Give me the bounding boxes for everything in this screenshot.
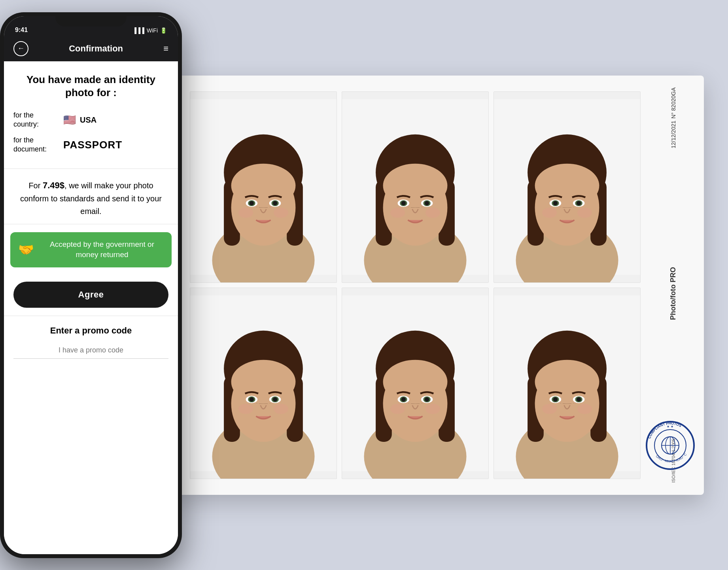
nav-title: Confirmation [69, 44, 123, 54]
promo-input[interactable] [13, 342, 168, 359]
identity-title: You have made an identity photo for : [13, 73, 168, 100]
svg-point-70 [238, 403, 253, 414]
photo-cell-5 [342, 288, 489, 479]
svg-point-9 [231, 163, 296, 207]
photo-cell-2 [342, 91, 489, 283]
svg-point-105 [577, 397, 581, 401]
wifi-icon: WiFi [147, 27, 158, 34]
promo-section: Enter a promo code [4, 316, 178, 371]
svg-point-32 [401, 201, 406, 205]
svg-point-51 [577, 201, 581, 205]
photo-grid [174, 76, 704, 495]
menu-button[interactable]: ≡ [163, 44, 168, 54]
guarantee-banner: 🤝 Accepted by the government or money re… [10, 232, 172, 267]
status-time: 9:41 [15, 27, 28, 34]
guarantee-text: Accepted by the government or money retu… [40, 239, 164, 260]
price-prefix: For [28, 181, 43, 190]
phone-content: You have made an identity photo for : fo… [4, 61, 178, 554]
phone-screen: 9:41 ▐▐▐ WiFi 🔋 ← Confirmation ≡ You hav… [4, 16, 178, 554]
svg-point-89 [425, 403, 440, 414]
compliance-stamp: COMPLIANT PHOTOS OACI · MKAO · ICAO · CA… [645, 420, 696, 471]
identity-section: You have made an identity photo for : fo… [4, 61, 178, 169]
back-icon: ← [17, 44, 25, 53]
promo-title: Enter a promo code [13, 326, 168, 336]
document-value: PASSPORT [63, 139, 122, 151]
identity-fields: for the country: 🇺🇸 USA for the document… [13, 111, 168, 154]
phone-notch [55, 12, 127, 27]
svg-point-107 [577, 403, 592, 414]
svg-point-15 [273, 201, 277, 205]
svg-point-86 [401, 397, 406, 401]
price-amount: 7.49$ [43, 180, 64, 190]
signal-icon: ▐▐▐ [132, 27, 144, 34]
agree-button[interactable]: Agree [13, 282, 168, 308]
svg-point-34 [390, 207, 405, 218]
svg-point-106 [542, 403, 557, 414]
svg-point-50 [553, 201, 558, 205]
svg-point-53 [577, 207, 592, 218]
svg-text:★: ★ [671, 425, 673, 428]
svg-point-45 [535, 163, 599, 207]
menu-icon: ≡ [163, 44, 168, 53]
back-button[interactable]: ← [13, 41, 28, 56]
sheet-date: 12/12/2021 [670, 121, 677, 148]
svg-point-52 [542, 207, 557, 218]
document-label: for the document: [13, 136, 57, 154]
sheet-label: Photo/foto PRO [669, 267, 677, 320]
photo-cell-6 [494, 288, 641, 479]
photo-cell-1 [190, 91, 337, 283]
svg-point-35 [425, 207, 440, 218]
nav-bar: ← Confirmation ≡ [4, 36, 178, 61]
price-section: For 7.49$, we will make your photo confo… [4, 169, 178, 224]
status-icons: ▐▐▐ WiFi 🔋 [132, 27, 167, 34]
svg-point-69 [273, 397, 277, 401]
country-row: for the country: 🇺🇸 USA [13, 111, 168, 129]
country-value: 🇺🇸 USA [63, 114, 96, 126]
photo-cell-3 [494, 91, 641, 283]
svg-point-16 [238, 207, 253, 218]
phone-shell: 9:41 ▐▐▐ WiFi 🔋 ← Confirmation ≡ You hav… [0, 12, 182, 558]
svg-text:★: ★ [667, 425, 669, 428]
agree-section: Agree [4, 275, 178, 316]
svg-point-68 [250, 397, 254, 401]
country-label: for the country: [13, 111, 57, 129]
handshake-icon: 🤝 [18, 242, 34, 257]
country-name: USA [80, 116, 96, 125]
photo-cell-4 [190, 288, 337, 479]
price-description: For 7.49$, we will make your photo confo… [13, 178, 168, 218]
photo-sheet: N° 82020GA 12/12/2021 Photo/foto PRO ISO… [174, 76, 704, 495]
svg-point-71 [274, 403, 288, 414]
sheet-info: N° 82020GA 12/12/2021 Photo/foto PRO ISO… [643, 76, 704, 495]
battery-icon: 🔋 [160, 27, 167, 34]
document-name: PASSPORT [63, 139, 122, 151]
svg-point-99 [535, 360, 599, 403]
svg-point-63 [231, 360, 296, 403]
svg-point-104 [553, 397, 558, 401]
svg-point-81 [383, 360, 448, 403]
svg-point-17 [274, 207, 288, 218]
sheet-number: N° 82020GA [670, 87, 677, 119]
svg-point-27 [383, 163, 448, 207]
usa-flag-icon: 🇺🇸 [63, 114, 76, 126]
svg-point-87 [425, 397, 429, 401]
svg-point-14 [250, 201, 254, 205]
svg-point-88 [390, 403, 405, 414]
svg-point-33 [425, 201, 429, 205]
document-row: for the document: PASSPORT [13, 136, 168, 154]
